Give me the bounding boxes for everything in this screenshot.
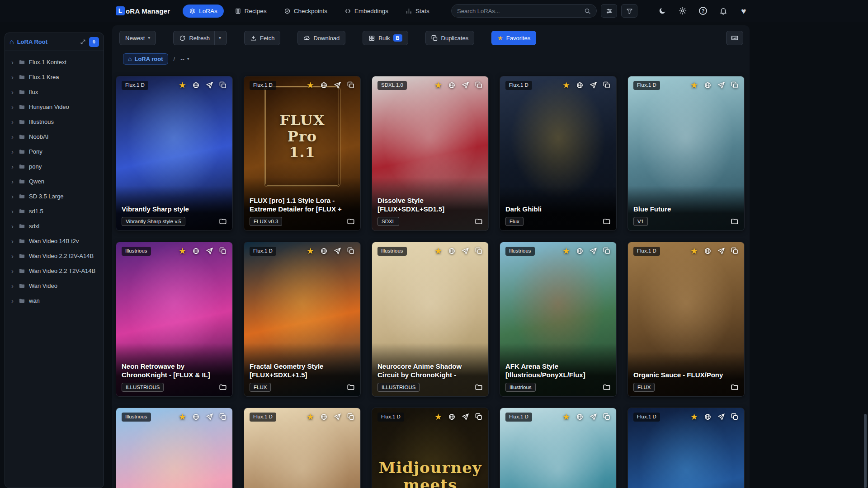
keyboard-shortcuts-button[interactable] xyxy=(726,31,743,45)
bulk-button[interactable]: Bulk B xyxy=(363,31,408,45)
lora-card[interactable]: SDXL 1.0 ★ Dissolve Style [FLUX+SDXL+SD1… xyxy=(372,76,489,231)
open-folder-button[interactable] xyxy=(219,383,227,391)
send-icon[interactable] xyxy=(206,413,213,421)
favorites-nav-button[interactable]: ♥ xyxy=(739,6,749,16)
open-folder-button[interactable] xyxy=(347,383,355,391)
favorite-star-icon[interactable]: ★ xyxy=(434,81,442,89)
globe-icon[interactable] xyxy=(704,81,712,89)
filter-button[interactable] xyxy=(621,4,637,18)
chevron-right-icon[interactable]: › xyxy=(11,148,15,155)
copy-icon[interactable] xyxy=(731,81,739,89)
chevron-right-icon[interactable]: › xyxy=(11,163,15,170)
chevron-right-icon[interactable]: › xyxy=(11,193,15,200)
sidebar-folder-item[interactable]: › Wan Video 2.2 T2V-A14B xyxy=(7,263,102,278)
lora-card[interactable]: Flux.1 D ★ Vibrantly Sharp style Vibrant… xyxy=(116,76,233,231)
sort-select[interactable]: Newest ▾ xyxy=(119,31,156,45)
sidebar-folder-item[interactable]: › SD 3.5 Large xyxy=(7,189,102,204)
favorites-filter-button[interactable]: ★ Favorites xyxy=(491,31,536,45)
copy-icon[interactable] xyxy=(347,413,355,421)
chevron-right-icon[interactable]: › xyxy=(11,74,15,80)
breadcrumb-root[interactable]: ⌂ LoRA root xyxy=(123,53,168,65)
copy-icon[interactable] xyxy=(475,247,483,255)
duplicates-button[interactable]: Duplicates xyxy=(425,31,475,45)
nav-item-stats[interactable]: Stats xyxy=(399,5,436,18)
chevron-right-icon[interactable]: › xyxy=(11,118,15,125)
sidebar-folder-item[interactable]: › NoobAI xyxy=(7,129,102,144)
favorite-star-icon[interactable]: ★ xyxy=(562,81,570,89)
nav-item-embeddings[interactable]: Embeddings xyxy=(338,5,395,18)
card-version-tag[interactable]: ILLUSTRIOUS xyxy=(122,383,164,392)
favorite-star-icon[interactable]: ★ xyxy=(690,413,698,421)
sidebar-folder-item[interactable]: › Qwen xyxy=(7,174,102,189)
sidebar-folder-item[interactable]: › Illustrious xyxy=(7,114,102,129)
favorite-star-icon[interactable]: ★ xyxy=(307,413,314,421)
sidebar-folder-item[interactable]: › Pony xyxy=(7,144,102,159)
card-title[interactable]: FLUX [pro] 1.1 Style Lora - Extreme Deta… xyxy=(250,196,355,213)
sidebar-folder-item[interactable]: › Flux.1 Kontext xyxy=(7,55,102,70)
sidebar-folder-item[interactable]: › Wan Video 14B t2v xyxy=(7,234,102,249)
chevron-right-icon[interactable]: › xyxy=(11,178,15,185)
favorite-star-icon[interactable]: ★ xyxy=(690,247,698,255)
download-button[interactable]: Download xyxy=(297,31,345,45)
sidebar-folder-item[interactable]: › sd1.5 xyxy=(7,204,102,219)
card-version-tag[interactable]: V1 xyxy=(633,217,648,226)
sidebar-folder-item[interactable]: › Wan Video xyxy=(7,278,102,293)
favorite-star-icon[interactable]: ★ xyxy=(307,247,314,255)
chevron-right-icon[interactable]: › xyxy=(11,208,15,215)
send-icon[interactable] xyxy=(590,247,597,255)
chevron-right-icon[interactable]: › xyxy=(11,133,15,140)
chevron-right-icon[interactable]: › xyxy=(11,297,15,304)
favorite-star-icon[interactable]: ★ xyxy=(434,413,442,421)
globe-icon[interactable] xyxy=(576,413,584,421)
favorite-star-icon[interactable]: ★ xyxy=(307,81,314,89)
globe-icon[interactable] xyxy=(320,81,328,89)
card-title[interactable]: Neurocore Anime Shadow Circuit by Chrono… xyxy=(377,362,483,379)
globe-icon[interactable] xyxy=(576,247,584,255)
pin-sidebar-button[interactable] xyxy=(89,37,99,47)
open-folder-button[interactable] xyxy=(731,383,739,391)
chevron-right-icon[interactable]: › xyxy=(11,267,15,274)
card-version-tag[interactable]: ILLUSTRIOUS xyxy=(377,383,420,392)
open-folder-button[interactable] xyxy=(731,217,739,225)
globe-icon[interactable] xyxy=(320,413,328,421)
globe-icon[interactable] xyxy=(192,247,200,255)
search-icon[interactable] xyxy=(584,8,591,14)
lora-card[interactable]: Flux.1 D ★ Fractal Geometry Style [FLUX+… xyxy=(244,242,361,397)
card-title[interactable]: Dark Ghibli xyxy=(505,205,611,213)
send-icon[interactable] xyxy=(590,81,597,89)
copy-icon[interactable] xyxy=(603,247,611,255)
sidebar-folder-item[interactable]: › wan xyxy=(7,293,102,308)
search-options-button[interactable] xyxy=(601,4,617,18)
lora-card[interactable]: Illustrious ★ xyxy=(116,408,233,488)
copy-icon[interactable] xyxy=(347,81,355,89)
chevron-right-icon[interactable]: › xyxy=(11,59,15,66)
send-icon[interactable] xyxy=(590,413,597,421)
chevron-right-icon[interactable]: › xyxy=(11,89,15,95)
root-folder-label[interactable]: LoRA Root xyxy=(17,38,77,45)
card-title[interactable]: Fractal Geometry Style [FLUX+SDXL+1.5] xyxy=(250,362,355,379)
card-version-tag[interactable]: FLUX xyxy=(250,383,271,392)
notifications-button[interactable] xyxy=(718,6,728,16)
copy-icon[interactable] xyxy=(731,247,739,255)
chevron-right-icon[interactable]: › xyxy=(11,253,15,259)
card-title[interactable]: Vibrantly Sharp style xyxy=(122,205,227,213)
nav-item-recipes[interactable]: Recipes xyxy=(228,5,273,18)
nav-item-checkpoints[interactable]: Checkpoints xyxy=(278,5,334,18)
card-version-tag[interactable]: Illustrious xyxy=(505,383,536,392)
globe-icon[interactable] xyxy=(320,247,328,255)
globe-icon[interactable] xyxy=(448,247,456,255)
lora-card[interactable]: Flux.1 D ★ xyxy=(500,408,617,488)
card-version-tag[interactable]: Vibrantly Sharp style v.5 xyxy=(122,217,185,226)
send-icon[interactable] xyxy=(334,81,341,89)
favorite-star-icon[interactable]: ★ xyxy=(562,413,570,421)
copy-icon[interactable] xyxy=(731,413,739,421)
lora-card[interactable]: Illustrious ★ Neon Retrowave by ChronoKn… xyxy=(116,242,233,397)
copy-icon[interactable] xyxy=(475,413,483,421)
refresh-dropdown[interactable]: ▾ xyxy=(214,31,221,45)
globe-icon[interactable] xyxy=(448,413,456,421)
card-title[interactable]: Neon Retrowave by ChronoKnight - [FLUX &… xyxy=(122,362,227,379)
copy-icon[interactable] xyxy=(219,247,227,255)
globe-icon[interactable] xyxy=(192,413,200,421)
globe-icon[interactable] xyxy=(448,81,456,89)
send-icon[interactable] xyxy=(462,247,469,255)
